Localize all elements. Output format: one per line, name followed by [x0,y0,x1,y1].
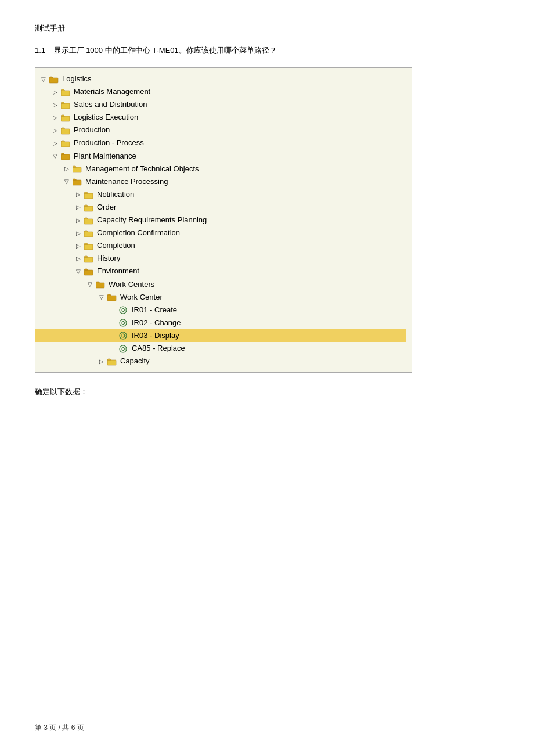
tree-item-label: Logistics [62,73,92,85]
folder-closed-icon [84,240,95,251]
tree-arrow: ▽ [64,177,73,186]
transaction-icon [119,342,129,355]
folder-open-icon [61,150,71,161]
tree-item: ▽ Plant Maintenance [41,150,406,163]
folder-closed-icon [107,355,118,367]
tree-container: ▽ Logistics▷ Materials Management▷ Sales… [35,67,412,373]
tree-item: IR03 - Display [35,329,406,342]
tree-item-label: Sales and Distribution [74,98,147,111]
question-number: 1.1 [35,46,45,55]
tree-item: ▷ Sales and Distribution [41,98,406,111]
tree-arrow: ▷ [53,87,61,97]
tree-item-label: Capacity [120,355,150,368]
tree-item: CA85 - Replace [41,342,406,355]
tree-arrow: ▷ [53,125,61,135]
tree-item-label: Management of Technical Objects [85,163,199,175]
tree-item: ▽ Environment [41,265,406,278]
tree-item: ▷ Production [41,124,406,136]
tree-item: ▷ Order [41,201,406,214]
tree-item-label: IR01 - Create [132,304,177,316]
tree-item: ▷ Capacity Requirements Planning [41,214,406,226]
folder-closed-icon [61,124,71,136]
tree-item-label: Plant Maintenance [74,150,136,163]
tree-item: ▽ Logistics [41,73,406,85]
tree-item: ▽ Work Centers [41,278,406,291]
tree-arrow: ▽ [53,151,61,161]
svg-rect-14 [84,257,93,262]
svg-rect-5 [61,142,70,147]
folder-closed-icon [73,163,83,175]
folder-open-icon [96,278,106,290]
svg-rect-6 [61,154,70,160]
tree-item-label: Completion [97,239,135,252]
tree-item: ▷ Completion [41,239,406,252]
tree-item-label: Production - Process [74,136,144,149]
tree-arrow: ▷ [53,113,61,123]
tree-item-label: Order [97,201,116,214]
tree-arrow: ▷ [53,100,61,110]
svg-rect-13 [84,244,93,250]
svg-rect-11 [84,219,93,224]
tree-item-label: Work Center [120,291,163,304]
tree-arrow: ▷ [76,215,84,225]
tree-item: ▷ Completion Confirmation [41,226,406,239]
tree-item-label: IR03 - Display [132,329,179,342]
folder-open-icon [49,73,60,85]
folder-closed-icon [84,201,95,213]
tree-item: IR02 - Change [41,316,406,329]
tree-item: ▷ Capacity [41,355,406,368]
folder-closed-icon [84,227,95,239]
svg-rect-9 [84,193,93,199]
transaction-icon [119,304,129,316]
tree-item-label: Capacity Requirements Planning [97,214,207,226]
tree-arrow: ▽ [88,279,96,289]
svg-rect-1 [61,91,70,96]
tree-item-label: Materials Management [74,85,150,98]
tree-item: ▽ Work Center [41,291,406,304]
tree-item-label: History [97,252,120,265]
tree-item: IR01 - Create [41,304,406,316]
svg-rect-4 [61,129,70,134]
folder-closed-icon [84,189,95,200]
tree-item: ▷ Logistics Execution [41,111,406,124]
tree-arrow: ▽ [99,292,107,302]
svg-rect-17 [107,296,116,301]
tree-item-label: Production [74,124,110,136]
tree-arrow: ▷ [76,202,84,212]
folder-open-icon [73,176,83,188]
tree-item-label: Completion Confirmation [97,226,180,239]
tree-item-label: Logistics Execution [74,111,138,124]
tree-arrow: ▷ [99,357,107,366]
transaction-icon [119,316,129,329]
svg-rect-22 [107,360,116,365]
tree-item: ▷ Management of Technical Objects [41,163,406,175]
svg-rect-8 [73,180,81,185]
svg-rect-3 [61,116,70,121]
folder-closed-icon [61,86,71,98]
svg-rect-12 [84,232,93,237]
tree-item-label: CA85 - Replace [132,342,185,355]
tree-item: ▷ Materials Management [41,85,406,98]
footer: 第 3 页 / 共 6 页 [35,723,84,733]
tree-arrow: ▷ [76,228,84,238]
svg-rect-7 [73,167,81,172]
tree-item-label: Maintenance Processing [85,175,168,188]
question-text: 显示工厂 1000 中的工作中心 T-ME01。你应该使用哪个菜单路径？ [54,46,277,55]
folder-closed-icon [61,111,71,123]
svg-rect-15 [84,270,93,275]
tree-item: ▷ History [41,252,406,265]
svg-rect-0 [49,78,58,83]
svg-rect-2 [61,103,70,109]
tree-item: ▷ Production - Process [41,136,406,149]
folder-closed-icon [84,253,95,264]
tree-arrow: ▷ [64,164,73,174]
svg-rect-16 [96,283,104,288]
folder-closed-icon [84,214,95,226]
question: 1.1 显示工厂 1000 中的工作中心 T-ME01。你应该使用哪个菜单路径？ [35,45,499,56]
transaction-icon [119,329,129,342]
folder-open-icon [84,265,95,277]
tree-arrow: ▽ [41,74,49,84]
tree-arrow: ▷ [53,138,61,148]
tree-arrow: ▷ [76,254,84,264]
tree-arrow: ▷ [76,241,84,251]
